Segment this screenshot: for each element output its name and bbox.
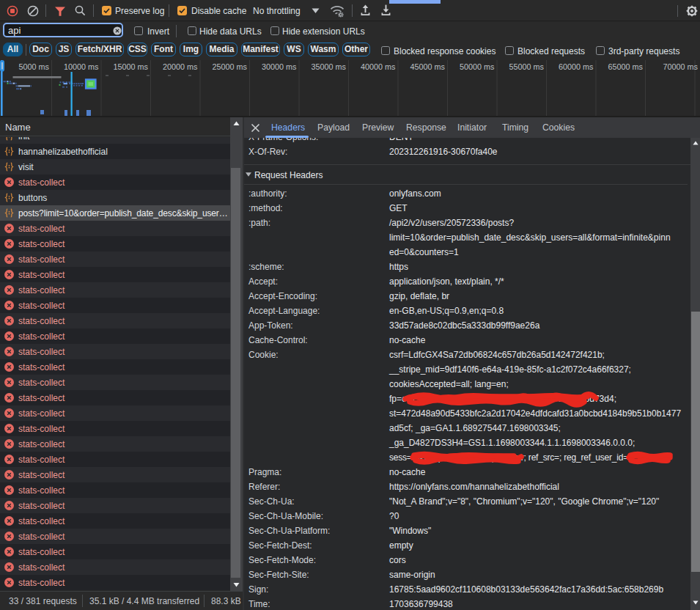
- svg-text:15000 ms: 15000 ms: [114, 62, 149, 71]
- svg-text:45000 ms: 45000 ms: [410, 62, 446, 71]
- svg-text:40000 ms: 40000 ms: [361, 62, 396, 71]
- svg-text:10000 ms: 10000 ms: [64, 62, 99, 71]
- svg-text:55000 ms: 55000 ms: [509, 62, 545, 71]
- svg-text:20000 ms: 20000 ms: [163, 62, 198, 71]
- svg-text:60000 ms: 60000 ms: [559, 62, 594, 71]
- svg-text:70000 ms: 70000 ms: [663, 62, 699, 71]
- svg-text:35000 ms: 35000 ms: [312, 62, 347, 71]
- svg-text:5000 ms: 5000 ms: [19, 62, 50, 71]
- svg-text:50000 ms: 50000 ms: [460, 62, 495, 71]
- svg-text:25000 ms: 25000 ms: [213, 62, 248, 71]
- svg-text:65000 ms: 65000 ms: [608, 62, 644, 71]
- svg-text:30000 ms: 30000 ms: [262, 62, 297, 71]
